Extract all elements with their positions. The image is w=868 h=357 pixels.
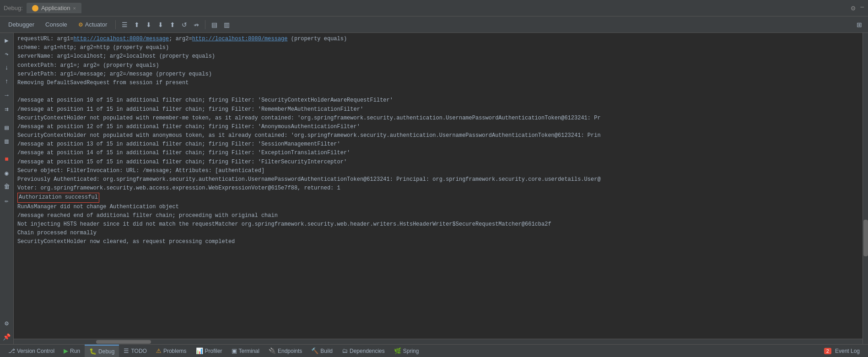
build-label: Build — [320, 348, 333, 354]
problems-label: Problems — [163, 348, 187, 354]
settings-sidebar-icon[interactable]: ⚙ — [1, 318, 12, 329]
h-scroll-thumb[interactable] — [96, 340, 151, 344]
status-spring[interactable]: 🌿 Spring — [389, 345, 424, 357]
title-bar-right: ⚙ − — [851, 4, 864, 13]
tab-console[interactable]: Console — [41, 19, 72, 30]
terminal-icon: ▣ — [232, 347, 237, 354]
console-line: requestURL: arg1=http://localhost:8080/m… — [17, 35, 859, 43]
status-bar: ⎇ Version Control ▶ Run 🐛 Debug ☰ TODO ⚠… — [0, 344, 868, 357]
console-line — [17, 87, 859, 96]
application-tab[interactable]: Application × — [27, 3, 81, 13]
status-todo[interactable]: ☰ TODO — [119, 345, 151, 357]
force-step-icon[interactable]: ⇉ — [1, 103, 12, 114]
console-line: RunAsManager did not change Authenticati… — [17, 203, 859, 211]
status-problems[interactable]: ⚠ Problems — [151, 345, 191, 357]
console-line: /message at position 13 of 15 in additio… — [17, 140, 859, 149]
actuator-icon: ⚙ — [78, 22, 83, 28]
stop-icon[interactable]: ■ — [1, 154, 12, 165]
status-run[interactable]: ▶ Run — [59, 345, 85, 357]
view-breakpoints-icon[interactable]: ◉ — [1, 168, 12, 178]
frames-icon[interactable]: ▤ — [1, 122, 12, 133]
console-line: /message at position 11 of 15 in additio… — [17, 105, 859, 114]
settings-icon[interactable]: ⚙ — [851, 4, 856, 13]
toolbar-menu-btn[interactable]: ☰ — [119, 20, 130, 30]
app-icon — [32, 5, 38, 11]
todo-icon: ☰ — [124, 347, 129, 354]
spring-label: Spring — [403, 348, 419, 354]
event-log-label: Event Log — [835, 348, 860, 354]
spring-icon: 🌿 — [394, 347, 401, 354]
console-line: Not injecting HSTS header since it did n… — [17, 220, 859, 229]
status-debug[interactable]: 🐛 Debug — [85, 345, 119, 357]
toolbar-expand-btn[interactable]: ⊞ — [854, 20, 864, 30]
v-scroll-thumb[interactable] — [863, 220, 868, 256]
left-sidebar: ▶ ↷ ↓ ↑ → ⇉ ▤ ▥ ■ ◉ 🗑 ✏ ⚙ 📌 — [0, 33, 14, 344]
tab-debugger[interactable]: Debugger — [4, 19, 39, 30]
status-profiler[interactable]: 📊 Profiler — [191, 345, 227, 357]
console-area: requestURL: arg1=http://localhost:8080/m… — [14, 33, 863, 344]
step-out-icon[interactable]: ↑ — [1, 76, 12, 87]
console-line: SecurityContextHolder not populated with… — [17, 114, 859, 123]
todo-label: TODO — [131, 348, 146, 354]
toolbar: Debugger Console ⚙ Actuator ☰ ⬆ ⬇ ⬇ ⬆ ↺ … — [0, 16, 868, 33]
profiler-label: Profiler — [205, 348, 222, 354]
pin-icon[interactable]: 📌 — [1, 331, 12, 342]
tab-actuator[interactable]: ⚙ Actuator — [74, 19, 112, 30]
status-endpoints[interactable]: 🔌 Endpoints — [264, 345, 307, 357]
run-label: Run — [70, 348, 80, 354]
url2-link[interactable]: http://localhost:8080/message — [192, 36, 288, 42]
dependencies-icon: 🗂 — [342, 347, 348, 354]
endpoints-label: Endpoints — [278, 348, 302, 354]
step-over-icon[interactable]: ↷ — [1, 49, 12, 60]
status-terminal[interactable]: ▣ Terminal — [227, 345, 264, 357]
console-line: scheme: arg1=http; arg2=http (property e… — [17, 43, 859, 52]
minimize-icon[interactable]: − — [860, 4, 864, 13]
console-line: Previously Authenticated: org.springfram… — [17, 175, 859, 184]
close-tab-button[interactable]: × — [73, 5, 76, 11]
horizontal-scrollbar[interactable] — [14, 339, 863, 344]
debug-status-label: Debug — [98, 348, 114, 355]
console-line: /message at position 15 of 15 in additio… — [17, 158, 859, 167]
status-build[interactable]: 🔨 Build — [307, 345, 337, 357]
toolbar-grid1-btn[interactable]: ▤ — [209, 20, 220, 30]
step-into-icon[interactable]: ↓ — [1, 62, 12, 73]
resume-icon[interactable]: ▶ — [1, 35, 12, 46]
toolbar-rerun-btn[interactable]: ↺ — [179, 20, 189, 30]
run-to-cursor-icon[interactable]: → — [1, 90, 12, 101]
edit-icon[interactable]: ✏ — [1, 195, 12, 206]
main-area: ▶ ↷ ↓ ↑ → ⇉ ▤ ▥ ■ ◉ 🗑 ✏ ⚙ 📌 requestURL: … — [0, 33, 868, 344]
run-icon: ▶ — [64, 347, 68, 354]
console-line: Voter: org.springframework.security.web.… — [17, 184, 859, 193]
debug-label: Debug: — [4, 5, 23, 11]
url1-link[interactable]: http://localhost:8080/message — [73, 36, 169, 42]
console-line: /message at position 14 of 15 in additio… — [17, 149, 859, 157]
toolbar-separator-1 — [115, 20, 116, 29]
endpoints-icon: 🔌 — [269, 347, 276, 354]
authorization-successful-text: Authorization successful — [17, 193, 99, 202]
status-event-log[interactable]: 2 Event Log — [819, 345, 864, 357]
console-line: serverName: arg1=localhost; arg2=localho… — [17, 52, 859, 61]
toolbar-step-out-btn[interactable]: ⬇ — [156, 20, 166, 30]
console-output[interactable]: requestURL: arg1=http://localhost:8080/m… — [14, 33, 863, 339]
authorization-successful-line: Authorization successful — [17, 193, 859, 202]
status-dependencies[interactable]: 🗂 Dependencies — [337, 345, 389, 357]
toolbar-grid2-btn[interactable]: ▥ — [221, 20, 232, 30]
console-line: SecurityContextHolder not populated with… — [17, 131, 859, 140]
toolbar-down-btn[interactable]: ⬇ — [144, 20, 154, 30]
console-line: contextPath: arg1=; arg2= (property equa… — [17, 61, 859, 70]
git-icon: ⎇ — [8, 347, 15, 354]
mute-breakpoints-icon[interactable]: 🗑 — [1, 181, 12, 192]
console-line: servletPath: arg1=/message; arg2=/messag… — [17, 70, 859, 79]
toolbar-up-btn[interactable]: ⬆ — [167, 20, 178, 30]
problems-icon: ⚠ — [156, 347, 162, 354]
toolbar-restore-btn[interactable]: ⬆ — [132, 20, 142, 30]
dependencies-label: Dependencies — [350, 348, 385, 354]
debug-status-icon: 🐛 — [89, 348, 97, 355]
vertical-scrollbar[interactable] — [863, 33, 868, 344]
debugger-label: Debugger — [8, 21, 34, 28]
status-version-control[interactable]: ⎇ Version Control — [4, 345, 59, 357]
build-icon: 🔨 — [311, 347, 318, 354]
toolbar-skip-btn[interactable]: ↛ — [191, 20, 201, 30]
threads-icon[interactable]: ▥ — [1, 135, 12, 146]
toolbar-separator-2 — [205, 20, 205, 29]
